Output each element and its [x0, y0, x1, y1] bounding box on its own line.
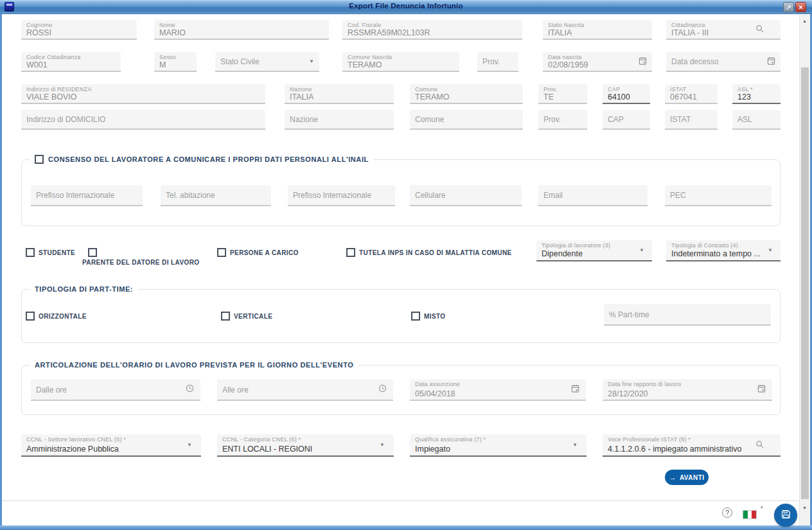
stato-nascita-field[interactable]: Stato Nascita ITALIA — [543, 20, 652, 40]
vertical-scrollbar[interactable]: ▲ ▼ — [799, 15, 809, 526]
cod-fiscale-field[interactable]: Cod. Fiscale RSSMRA59M02L103R — [342, 20, 522, 40]
codice-cittadinanza-field[interactable]: Codice Cittadinanza W001 — [21, 52, 121, 72]
app-window: Export File Denuncia Infortunio ↗ × Cogn… — [0, 0, 812, 530]
indirizzo-residenza-field[interactable]: Indirizzo di RESIDENZA VIALE BOVIO — [21, 84, 265, 104]
help-icon[interactable]: ? — [722, 508, 732, 518]
field-label: CCNL - Settore lavorativo CNEL (5) * — [26, 436, 126, 443]
avanti-button[interactable]: → AVANTI — [665, 470, 709, 485]
field-placeholder: Prefisso Internazionale — [293, 185, 371, 206]
chevron-down-icon[interactable]: ▼ — [187, 442, 192, 448]
data-assunzione-field[interactable]: Data assunzione 05/04/2018 — [410, 379, 586, 401]
ccnl-settore-select[interactable]: CCNL - Settore lavorativo CNEL (5) * Amm… — [21, 434, 201, 457]
indirizzo-domicilio-field[interactable]: Indirizzo di DOMICILIO — [21, 110, 265, 130]
field-label: Voce Professionale ISTAT (8) * — [608, 436, 691, 443]
chevron-down-icon[interactable]: ▼ — [380, 442, 385, 448]
field-placeholder: Prov. — [482, 52, 500, 72]
field-label: Data assunzione — [415, 381, 460, 387]
domicilio-nazione-field[interactable]: Nazione — [285, 110, 394, 130]
data-decesso-field[interactable]: Data decesso — [666, 52, 781, 72]
field-value: RSSMRA59M02L103R — [348, 28, 430, 37]
prefisso-internazionale-1-field[interactable]: Prefisso Internazionale — [31, 185, 143, 206]
window-close-button[interactable]: × — [795, 2, 806, 12]
qualifica-assicurativa-select[interactable]: Qualifica assicurativa (7) * Impiegato ▼ — [410, 434, 587, 457]
residenza-istat-field[interactable]: ISTAT 067041 — [665, 84, 718, 104]
italian-flag-icon[interactable] — [743, 510, 757, 519]
calendar-icon[interactable] — [639, 56, 647, 67]
search-icon[interactable] — [755, 24, 764, 35]
email-field[interactable]: Email — [538, 185, 648, 206]
domicilio-comune-field[interactable]: Comune — [410, 110, 523, 130]
domicilio-cap-field[interactable]: CAP — [603, 110, 650, 130]
data-nascita-field[interactable]: Data nascita 02/08/1959 — [543, 52, 652, 72]
field-label: Cognome — [26, 22, 52, 28]
chevron-down-icon[interactable]: ▼ — [309, 58, 314, 64]
field-label: Qualifica assicurativa (7) * — [415, 436, 486, 443]
avanti-button-label: AVANTI — [680, 474, 705, 481]
misto-checkbox[interactable] — [411, 312, 420, 321]
residenza-cap-field[interactable]: CAP 64100 — [603, 84, 650, 104]
chevron-down-icon[interactable]: ▼ — [639, 247, 644, 253]
cittadinanza-field[interactable]: Cittadinanza ITALIA - III — [666, 20, 781, 40]
comune-nascita-field[interactable]: Comune Nascita TERAMO — [342, 52, 459, 72]
field-value: 067041 — [670, 93, 697, 102]
field-placeholder: Alle ore — [222, 379, 249, 401]
alle-ore-field[interactable]: Alle ore — [217, 379, 393, 401]
field-value: Dipendente — [542, 249, 583, 258]
calendar-icon[interactable] — [767, 56, 775, 67]
residenza-comune-field[interactable]: Comune TERAMO — [410, 84, 523, 104]
prefisso-internazionale-2-field[interactable]: Prefisso Internazionale — [288, 185, 395, 206]
prov-nascita-field[interactable]: Prov. — [477, 52, 518, 72]
clock-icon[interactable] — [186, 384, 194, 395]
stato-civile-select[interactable]: Stato Civile ▼ — [215, 52, 319, 72]
tipologia-contratto-select[interactable]: Tipologia di Contratto (4) Indeterminato… — [666, 240, 781, 261]
field-label: Cod. Fiscale — [348, 22, 381, 28]
scrollbar-thumb[interactable] — [801, 67, 809, 499]
arrow-right-icon: → — [669, 474, 676, 481]
field-label: Tipologia di Contratto (4) — [671, 242, 738, 249]
domicilio-prov-field[interactable]: Prov. — [538, 110, 587, 130]
field-placeholder: % Part-time — [609, 304, 649, 326]
data-fine-rapporto-field[interactable]: Data fine rapporto di lavoro 28/12/2020 — [603, 379, 772, 401]
residenza-nazione-field[interactable]: Nazione ITALIA — [285, 84, 394, 104]
window-restore-button[interactable]: ↗ — [783, 2, 794, 12]
field-value: TERAMO — [348, 60, 382, 69]
domicilio-istat-field[interactable]: ISTAT — [665, 110, 718, 130]
save-button[interactable] — [774, 504, 797, 527]
consenso-checkbox[interactable] — [35, 155, 44, 164]
nome-field[interactable]: Nome MARIO — [154, 20, 329, 40]
pec-field[interactable]: PEC — [665, 185, 772, 206]
clock-icon[interactable] — [378, 384, 387, 395]
language-caret-icon[interactable]: ▾ — [761, 505, 763, 510]
chevron-down-icon[interactable]: ▼ — [572, 442, 578, 448]
search-icon[interactable] — [755, 439, 764, 451]
chevron-down-icon[interactable]: ▼ — [768, 247, 773, 253]
calendar-icon[interactable] — [757, 384, 766, 395]
tipologia-lavoratore-select[interactable]: Tipologia di lavoratore (3) Dipendente ▼ — [536, 240, 652, 261]
residenza-asl-field[interactable]: ASL * 123 — [732, 84, 781, 104]
field-placeholder: ISTAT — [670, 110, 691, 130]
tel-abitazione-field[interactable]: Tel. abitazione — [161, 185, 271, 206]
scroll-up-icon[interactable]: ▲ — [800, 16, 809, 26]
parente-checkbox[interactable] — [88, 248, 97, 257]
field-value: TE — [543, 93, 554, 102]
calendar-icon[interactable] — [571, 384, 579, 395]
orizzontale-checkbox[interactable] — [26, 312, 35, 321]
dalle-ore-field[interactable]: Dalle ore — [31, 379, 200, 401]
cognome-field[interactable]: Cognome ROSSI — [21, 20, 137, 40]
studente-checkbox[interactable] — [26, 248, 35, 257]
consenso-legend: CONSENSO DEL LAVORATORE A COMUNICARE I P… — [30, 154, 374, 164]
tutela-inps-checkbox[interactable] — [346, 248, 355, 257]
field-label: CAP — [608, 86, 620, 93]
sesso-field[interactable]: Sesso M — [154, 52, 197, 72]
scroll-down-icon[interactable]: ▼ — [800, 503, 809, 513]
field-placeholder: Indirizzo di DOMICILIO — [26, 110, 105, 130]
domicilio-asl-field[interactable]: ASL — [732, 110, 781, 130]
verticale-checkbox[interactable] — [221, 312, 230, 321]
ccnl-categoria-select[interactable]: CCNL - Categoria CNEL (6) * ENTI LOCALI … — [217, 434, 394, 457]
field-value: 64100 — [608, 93, 630, 102]
percent-part-time-field[interactable]: % Part-time — [604, 304, 771, 326]
voce-professionale-field[interactable]: Voce Professionale ISTAT (8) * 4.1.1.2.0… — [603, 434, 781, 457]
residenza-prov-field[interactable]: Prov. TE — [538, 84, 587, 104]
persone-a-carico-checkbox[interactable] — [217, 248, 226, 257]
cellulare-field[interactable]: Cellulare — [410, 185, 522, 206]
